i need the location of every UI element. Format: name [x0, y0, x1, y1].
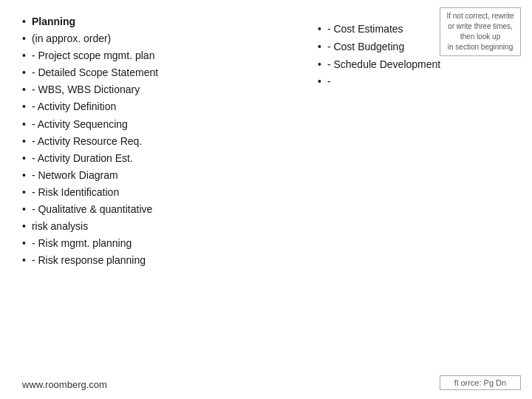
list-item-text: - Cost Estimates: [327, 21, 403, 38]
list-item: •- Activity Duration Est.: [22, 150, 303, 167]
bullet-icon: •: [22, 184, 26, 201]
list-item: • risk analysis: [22, 218, 303, 235]
list-item: •- Risk mgmt. planning: [22, 235, 303, 252]
list-item-text: - Schedule Development: [327, 56, 440, 74]
bullet-icon: •: [22, 218, 26, 235]
footer-page-label: fl orrce: Pg Dn: [440, 375, 521, 390]
main-content: •Planning•(in approx. order)•- Project s…: [0, 0, 532, 399]
bullet-icon: •: [318, 21, 321, 38]
right-column: •- Cost Estimates•- Cost Budgeting•- Sch…: [303, 13, 510, 384]
list-item: •- Activity Resource Req.: [22, 133, 303, 150]
list-item-text: - Cost Budgeting: [327, 38, 404, 56]
list-item-text: -: [327, 73, 331, 91]
list-item: •- Activity Definition: [22, 98, 303, 115]
list-item: •- Risk response planning: [22, 252, 303, 269]
bullet-icon: •: [22, 81, 26, 98]
list-item-text: risk analysis: [32, 218, 88, 235]
list-item: •(in approx. order): [22, 30, 303, 47]
bullet-icon: •: [22, 150, 26, 167]
list-item-text: (in approx. order): [32, 30, 111, 47]
list-item: •Planning: [22, 13, 303, 30]
list-item-text: Planning: [32, 13, 75, 30]
bullet-icon: •: [22, 30, 26, 47]
bullet-icon: •: [22, 252, 26, 269]
left-bullet-list: •Planning•(in approx. order)•- Project s…: [22, 13, 303, 269]
list-item-text: - Network Diagram: [32, 167, 118, 184]
list-item-text: - Project scope mgmt. plan: [32, 47, 155, 64]
list-item: •- Activity Sequencing: [22, 116, 303, 133]
list-item: •- Detailed Scope Statement: [22, 64, 303, 81]
list-item-text: - Risk Identification: [32, 184, 119, 201]
list-item: •- Network Diagram: [22, 167, 303, 184]
bullet-icon: •: [318, 56, 321, 74]
watermark-text: If not correct, rewriteor write three ti…: [446, 12, 514, 51]
bullet-icon: •: [318, 38, 321, 56]
bullet-icon: •: [22, 13, 26, 30]
bullet-icon: •: [22, 64, 26, 81]
list-item-text: - WBS, WBS Dictionary: [32, 81, 140, 98]
footer-website: www.roomberg.com: [22, 379, 107, 390]
list-item-text: - Risk mgmt. planning: [32, 235, 132, 252]
bullet-icon: •: [22, 201, 26, 218]
bullet-icon: •: [318, 73, 321, 91]
list-item-text: - Activity Definition: [32, 98, 116, 115]
bullet-icon: •: [22, 98, 26, 115]
bullet-icon: •: [22, 167, 26, 184]
list-item: •- Risk Identification: [22, 184, 303, 201]
list-item-text: - Activity Duration Est.: [32, 150, 133, 167]
list-item: •- WBS, WBS Dictionary: [22, 81, 303, 98]
left-column: •Planning•(in approx. order)•- Project s…: [22, 13, 303, 384]
list-item: •- Project scope mgmt. plan: [22, 47, 303, 64]
bullet-icon: •: [22, 116, 26, 133]
watermark-box: If not correct, rewriteor write three ti…: [440, 7, 521, 56]
list-item-text: - Qualitative & quantitative: [32, 201, 152, 218]
bullet-icon: •: [22, 47, 26, 64]
list-item: •- Qualitative & quantitative: [22, 201, 303, 218]
list-item-text: - Detailed Scope Statement: [32, 64, 158, 81]
list-item: •- Schedule Development: [318, 56, 510, 74]
bullet-icon: •: [22, 235, 26, 252]
list-item-text: - Activity Sequencing: [32, 116, 128, 133]
list-item: •-: [318, 73, 510, 91]
list-item-text: - Activity Resource Req.: [32, 133, 142, 150]
bullet-icon: •: [22, 133, 26, 150]
list-item-text: - Risk response planning: [32, 252, 146, 269]
